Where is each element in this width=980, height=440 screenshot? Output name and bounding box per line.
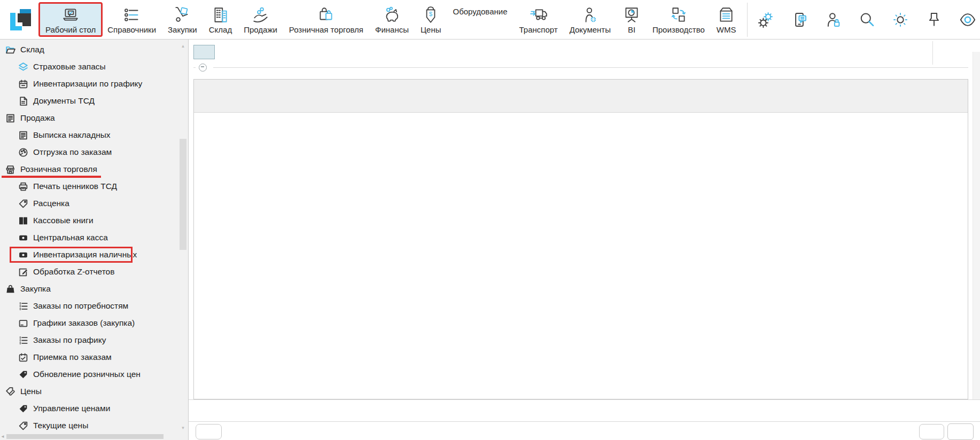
toolbar-divider [747, 3, 748, 37]
sidebar-item-prices[interactable]: Цены [0, 383, 188, 400]
toolbar-item-desktop[interactable]: Рабочий стол [40, 3, 102, 36]
sidebar-item-retail-price-update[interactable]: Обновление розничных цен [0, 366, 188, 383]
sidebar-item-label: Закупка [20, 284, 51, 294]
sidebar-vertical-scrollbar[interactable]: ▲ ▼ [180, 44, 186, 430]
search-icon[interactable] [858, 11, 875, 28]
sidebar-item-safety-stock[interactable]: Страховые запасы [0, 58, 188, 75]
toolbar-right-icons [757, 11, 976, 28]
user-lock-icon[interactable] [825, 11, 842, 28]
sidebar-item-label: Управление ценами [33, 404, 110, 413]
sidebar-item-tsd-documents[interactable]: Документы ТСД [0, 92, 188, 109]
group-line [213, 67, 968, 68]
group-tick [193, 67, 196, 68]
sidebar-item-label: Заказы по графику [33, 335, 106, 345]
content-right-scrollbar[interactable] [973, 52, 980, 399]
more-actions-button[interactable] [196, 424, 222, 439]
storefront-icon [5, 164, 15, 175]
production-flow-icon [670, 6, 688, 24]
close-button[interactable] [947, 423, 974, 440]
phone-feedback-icon[interactable] [791, 11, 808, 28]
sidebar-item-order-schedules[interactable]: Графики заказов (закупка) [0, 315, 188, 332]
toolbar-item-equipment[interactable]: Оборудование [447, 3, 514, 36]
layers-icon [18, 62, 28, 72]
sidebar-item-acceptance-by-orders[interactable]: Приемка по заказам [0, 349, 188, 366]
toolbar-item-purchases[interactable]: Закупки [162, 3, 203, 36]
toolbar-item-label: Рабочий стол [45, 25, 96, 34]
sidebar-item-label: Отгрузка по заказам [33, 147, 112, 157]
sidebar-vscroll-thumb[interactable] [180, 139, 186, 250]
calendar-check-icon [18, 352, 28, 363]
pin-icon[interactable] [925, 11, 943, 28]
toolbar-item-directories[interactable]: Справочники [102, 3, 162, 36]
toolbar-item-label: Склад [209, 25, 232, 34]
sidebar-item-cash-inventory[interactable]: Инвентаризация наличных [0, 246, 188, 263]
toolbar-item-prices[interactable]: $Цены [415, 3, 447, 36]
sidebar-horizontal-scrollbar[interactable]: ◄ [0, 434, 185, 439]
toolbar-item-finance[interactable]: Финансы [369, 3, 415, 36]
list-numbered-icon [18, 335, 28, 345]
tag-outline-icon [18, 421, 28, 431]
sidebar-item-current-prices[interactable]: Текущие цены [0, 417, 188, 434]
scroll-left-icon[interactable]: ◄ [1, 434, 5, 439]
sidebar-item-orders-by-needs[interactable]: Заказы по потребностям [0, 297, 188, 315]
wms-box-icon [717, 6, 735, 24]
sidebar-item-label: Страховые запасы [33, 62, 106, 72]
sidebar-item-pricing[interactable]: Расценка [0, 195, 188, 212]
scroll-up-icon[interactable]: ▲ [180, 44, 186, 49]
toolbar-item-documents[interactable]: Документы [564, 3, 617, 36]
sidebar-item-tsd-price-tag-print[interactable]: Печать ценников ТСД [0, 178, 188, 195]
toolbar-item-bi[interactable]: BI [617, 3, 647, 36]
top-toolbar: Рабочий столСправочникиЗакупкиСкладПрода… [0, 0, 980, 40]
toolbar-item-warehouse[interactable]: Склад [203, 3, 238, 36]
collapse-minus-icon[interactable] [199, 64, 207, 72]
sidebar-item-label: Кассовые книги [33, 216, 94, 225]
theme-sun-icon[interactable] [892, 11, 909, 28]
sidebar-item-label: Инвентаризация наличных [33, 250, 137, 260]
document-icon [18, 96, 28, 106]
toolbar-items: Рабочий столСправочникиЗакупкиСкладПрода… [40, 3, 742, 36]
sidebar-item-z-reports[interactable]: Обработка Z-отчетов [0, 263, 188, 280]
cash-icon [18, 233, 28, 243]
sidebar-item-scheduled-inventories[interactable]: Инвентаризации по графику [0, 75, 188, 92]
refresh-button[interactable] [919, 424, 944, 439]
printer-icon [18, 182, 28, 192]
sidebar-item-price-management[interactable]: Управление ценами [0, 400, 188, 417]
table-footer-toolbar [189, 399, 980, 422]
eye-icon[interactable] [959, 11, 976, 28]
settings-gears-icon[interactable] [757, 11, 774, 28]
sidebar-item-label: Продажа [20, 113, 55, 123]
toolbar-item-sales[interactable]: Продажи [238, 3, 283, 36]
sidebar-item-cash-books[interactable]: Кассовые книги [0, 212, 188, 229]
header-separator [932, 41, 933, 65]
toolbar-item-label: BI [628, 25, 635, 34]
sidebar-item-invoice-issue[interactable]: Выписка накладных [0, 127, 188, 144]
sidebar-item-purchase[interactable]: Закупка [0, 280, 188, 297]
piggy-bank-icon [383, 6, 401, 24]
sidebar-item-label: Приемка по заказам [33, 352, 112, 362]
scroll-down-icon[interactable]: ▼ [180, 426, 186, 430]
sidebar-item-label: Центральная касса [33, 233, 108, 242]
sidebar-item-central-cash[interactable]: Центральная касса [0, 229, 188, 246]
sidebar-hscroll-thumb[interactable] [6, 434, 164, 439]
price-tag-icon: $ [422, 6, 440, 24]
toolbar-item-label: Финансы [375, 25, 409, 34]
truck-icon [530, 6, 548, 24]
sidebar-item-orders-by-schedule[interactable]: Заказы по графику [0, 332, 188, 349]
toolbar-item-retail[interactable]: Розничная торговля [283, 3, 369, 36]
table-header-row [194, 80, 968, 113]
invoice-icon [18, 130, 28, 140]
sidebar-item-warehouse[interactable]: Склад [0, 41, 188, 58]
sidebar-item-retail[interactable]: Розничная торговля [0, 161, 188, 178]
shopping-bags-icon [317, 6, 335, 24]
toolbar-item-wms[interactable]: WMS [711, 3, 742, 36]
warehouse-building-icon [211, 6, 229, 24]
documents-table [193, 79, 968, 399]
invoice-icon [5, 113, 15, 123]
toolbar-item-label: Производство [652, 25, 705, 34]
toolbar-item-production[interactable]: Производство [647, 3, 711, 36]
sidebar-item-sale[interactable]: Продажа [0, 109, 188, 127]
sidebar-item-shipment-by-orders[interactable]: Отгрузка по заказам [0, 144, 188, 161]
tag-outline-icon [18, 199, 28, 209]
tab-cash-inventory[interactable] [193, 45, 215, 59]
toolbar-item-transport[interactable]: Транспорт [514, 3, 564, 36]
